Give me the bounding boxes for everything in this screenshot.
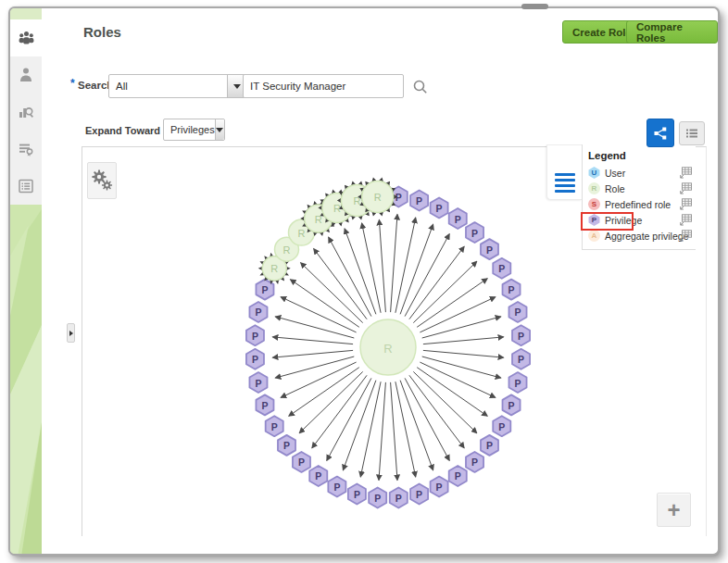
sidebar-icon-strip [10,19,42,205]
graph-edge [275,357,354,378]
list-form-icon [18,178,34,194]
svg-text:R: R [374,192,382,203]
svg-text:P: P [416,489,422,500]
svg-text:P: P [518,331,524,342]
graph-node-privilege[interactable]: P [278,435,295,456]
graph-node-privilege[interactable]: P [410,484,428,505]
svg-text:P: P [515,378,521,389]
panel-collapse-handle[interactable] [67,323,75,343]
graph-node-privilege[interactable]: P [390,488,408,508]
graph-node-privilege[interactable]: P [309,466,327,486]
list-view-icon [685,128,698,139]
graph-node-privilege[interactable]: P [493,258,510,279]
graph-node-privilege[interactable]: P [481,435,498,456]
graph-node-privilege[interactable]: P [249,302,267,322]
graph-edge [281,297,356,332]
legend-flyout-panel [546,144,582,200]
graph-node-privilege[interactable]: P [410,191,428,211]
network-share-icon [653,126,668,141]
svg-text:P: P [261,284,268,295]
sidebar-item-administration[interactable] [10,168,42,205]
legend-node-glyph: R [588,182,600,194]
people-group-icon [18,30,35,46]
svg-text:P: P [471,228,478,239]
radial-view-button[interactable] [646,119,674,147]
graph-node-privilege[interactable]: P [503,280,521,300]
document-seal-icon [18,141,34,157]
graph-node-privilege[interactable]: P [246,349,264,369]
legend-item-label: Aggregate privilege [605,231,688,242]
graph-node-privilege[interactable]: P [512,325,530,345]
svg-text:R: R [383,342,392,356]
show-in-table-icon[interactable] [679,214,692,226]
graph-node-privilege[interactable]: P [508,372,526,393]
graph-node-privilege[interactable]: P [508,302,526,322]
svg-text:P: P [508,400,515,411]
svg-text:P: P [333,482,340,493]
graph-edge [275,317,354,338]
graph-node-privilege[interactable]: P [348,484,366,505]
graph-node-privilege[interactable]: P [246,325,264,345]
graph-node-privilege[interactable]: P [369,488,386,508]
list-view-button[interactable] [679,121,705,145]
graph-edge [281,362,356,397]
graph-node-privilege[interactable]: P [431,197,448,218]
graph-edge [379,219,385,312]
sidebar-item-roles-directory[interactable] [10,19,42,56]
expand-toward-select[interactable]: Privileges [163,119,225,141]
svg-text:P: P [518,354,524,365]
graph-node-privilege[interactable]: P [431,477,448,497]
graph-node-privilege[interactable]: P [449,208,467,229]
graph-edge [423,337,504,344]
graph-node-privilege[interactable]: P [266,416,283,436]
search-filter-select[interactable]: All [108,74,246,98]
graph-edge [400,381,433,470]
compare-roles-button[interactable]: Compare Roles [626,20,718,44]
arrow-right-icon [69,331,73,336]
show-in-table-icon[interactable] [679,182,692,194]
legend-row: S Predefined role [588,196,696,212]
graph-node-privilege[interactable]: P [449,466,467,486]
svg-text:P: P [471,457,478,468]
sidebar-item-certificates[interactable] [10,131,42,168]
legend-row: R Role [588,181,696,196]
graph-node-center-role[interactable]: R [360,319,416,375]
search-query-input[interactable] [243,74,404,98]
legend-panel: Legend U User R Role S Predefined role [582,144,696,250]
page-title: Roles [83,24,121,40]
svg-text:P: P [283,440,290,451]
zoom-in-button[interactable]: + [657,493,691,527]
graph-node-privilege[interactable]: P [481,239,498,259]
graph-node-privilege[interactable]: P [293,452,310,472]
svg-text:R: R [283,244,291,256]
graph-node-privilege[interactable]: P [503,394,521,415]
svg-text:P: P [374,493,381,504]
graph-edge [379,382,385,481]
graph-node-privilege[interactable]: P [328,477,345,497]
graph-node-privilege[interactable]: P [466,452,483,472]
sidebar-item-analytics[interactable] [10,94,42,131]
graph-edge [422,357,501,378]
window-frame: Roles Create Role Compare Roles * Search… [8,6,720,556]
expand-toward-value: Privileges [164,119,215,140]
show-in-table-icon[interactable] [679,167,692,179]
search-icon[interactable] [412,79,429,95]
legend-rows: U User R Role S Predefined role [588,165,696,244]
show-in-table-icon[interactable] [679,198,692,210]
sidebar-item-users[interactable] [10,56,42,94]
svg-text:P: P [261,400,268,411]
show-in-table-icon[interactable] [679,230,692,242]
legend-item-label: User [605,168,625,179]
graph-node-privilege[interactable]: P [256,394,273,415]
sidebar-top-strip [10,8,42,19]
svg-text:P: P [436,203,443,214]
graph-node-privilege[interactable]: P [466,222,483,243]
graph-edge [362,223,382,313]
graph-node-privilege[interactable]: P [493,416,510,436]
svg-text:P: P [486,440,493,451]
svg-text:P: P [255,307,261,318]
graph-node-privilege[interactable]: P [249,372,267,393]
svg-text:P: P [255,378,261,389]
graph-node-privilege[interactable]: P [512,349,530,369]
chevron-down-icon[interactable] [215,119,224,140]
